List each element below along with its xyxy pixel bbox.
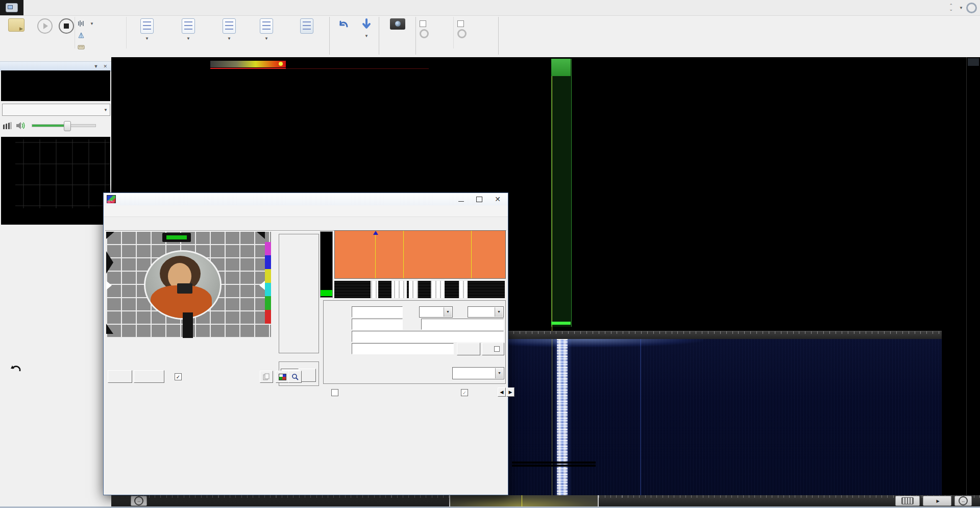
page-next-button[interactable]: ▶ xyxy=(506,388,514,397)
name-input[interactable] xyxy=(352,319,403,330)
clear-button[interactable] xyxy=(108,370,132,383)
previous-button[interactable] xyxy=(332,16,354,33)
sstv-sync-waterfall xyxy=(334,281,505,298)
quick-access-button[interactable] xyxy=(0,0,23,15)
volume-slider-handle[interactable] xyxy=(64,121,71,131)
volume-slider[interactable] xyxy=(32,124,96,127)
qsl-input[interactable] xyxy=(352,343,454,354)
mmsstv-title-bar[interactable]: ✕ xyxy=(104,193,508,205)
mmsstv-app-icon xyxy=(107,195,116,203)
combo-caret-icon: ▼ xyxy=(495,307,503,317)
auto-history-checkbox[interactable]: ✓ xyxy=(175,373,182,380)
tuning-cursor-line xyxy=(552,59,552,331)
bandwidth-icon xyxy=(78,20,85,27)
history-button[interactable]: ▼ xyxy=(355,16,378,38)
screenshot-camera-icon xyxy=(390,18,405,30)
copy-pages-icon xyxy=(263,373,270,380)
lo-mode-icon xyxy=(260,18,273,34)
nav-view-window[interactable] xyxy=(449,495,599,506)
select-radio-icon xyxy=(8,18,24,32)
panel-close-icon[interactable]: ✕ xyxy=(103,64,107,69)
resync-button[interactable] xyxy=(134,370,164,383)
radio-configuration-button[interactable] xyxy=(287,16,327,35)
visual-gain-button[interactable]: ▼ xyxy=(213,16,246,42)
receive-panel: ▼✕ ▼ xyxy=(0,57,111,508)
app-window-icon xyxy=(6,3,18,12)
copy-pages-button[interactable] xyxy=(260,371,273,383)
style-caret-icon: ▼ xyxy=(959,6,963,10)
calibration-button[interactable] xyxy=(78,30,94,40)
waterfall-tuning-cursor xyxy=(552,339,552,495)
picture-button[interactable] xyxy=(276,371,289,383)
draft-checkbox[interactable]: ✓ xyxy=(461,389,468,396)
sdr-console-app: ⌃⌄ ▼ ▼ xyxy=(0,0,980,508)
his-combo[interactable]: ▼ xyxy=(419,306,453,318)
abc-checkbox-button[interactable] xyxy=(482,343,504,355)
maximize-button[interactable] xyxy=(476,197,482,202)
gear-icon xyxy=(420,29,429,38)
color-bars xyxy=(265,242,271,324)
magnifier-button[interactable] xyxy=(288,371,302,383)
combo-caret-icon: ▼ xyxy=(444,307,452,317)
auto-mute-options-button[interactable] xyxy=(420,30,451,38)
audio-spectrum-graph xyxy=(1,137,110,225)
screenshot-button[interactable] xyxy=(382,16,413,31)
noise-blanker-options-button[interactable] xyxy=(457,30,493,38)
receive-panel-header[interactable]: ▼✕ xyxy=(0,61,111,71)
note-input[interactable] xyxy=(352,331,504,342)
speaker-icon[interactable] xyxy=(15,121,27,130)
nav-pan-left-button[interactable]: ↔ xyxy=(131,496,147,506)
nav-pan-right-button[interactable]: ↔ xyxy=(954,496,972,506)
level-bar-green-segment xyxy=(321,290,332,296)
settings-gear-icon[interactable] xyxy=(966,3,977,13)
auto-mute-enable-checkbox[interactable] xyxy=(420,19,451,28)
qth-input[interactable] xyxy=(421,319,504,330)
mmsstv-window[interactable]: ✕ xyxy=(103,192,508,495)
checkbox-icon xyxy=(457,20,464,27)
history-caret-icon: ▼ xyxy=(364,34,369,38)
magnifier-icon xyxy=(291,373,299,380)
show-with-template-checkbox[interactable] xyxy=(331,389,338,396)
close-button[interactable]: ✕ xyxy=(495,197,501,202)
previous-undo-icon xyxy=(336,18,350,32)
nav-keyboard-button[interactable] xyxy=(895,496,920,506)
page-prev-button[interactable]: ◀ xyxy=(498,388,506,397)
meter-red-line xyxy=(210,68,286,69)
sstv-signal-trace xyxy=(557,339,568,495)
checkbox-icon xyxy=(420,20,426,27)
gear-icon xyxy=(457,29,467,38)
frequency-display[interactable] xyxy=(1,70,110,101)
nav-tuning-cursor xyxy=(522,495,522,506)
agc-button-row xyxy=(4,365,21,374)
noise-blanker-enable-checkbox[interactable] xyxy=(457,19,493,28)
minimize-button[interactable] xyxy=(458,201,464,202)
frequency-nav-bar[interactable]: ↔ ▶ ↔ xyxy=(111,495,980,506)
meter-red-line-tail xyxy=(286,68,429,69)
log-frequency-combo[interactable]: ▼ xyxy=(452,367,504,379)
nav-zoom-button[interactable]: ▶ xyxy=(923,496,951,506)
bandwidth-button[interactable]: ▼ xyxy=(78,18,94,29)
collapse-ribbon-icon[interactable]: ⌃⌄ xyxy=(949,4,953,11)
volume-fill xyxy=(32,125,67,127)
select-radio-button[interactable] xyxy=(3,16,30,33)
my-combo[interactable]: ▼ xyxy=(468,306,504,318)
frequency-button[interactable] xyxy=(78,42,94,52)
test-card-circle xyxy=(144,250,222,320)
lo-mode-button[interactable]: ▼ xyxy=(250,16,283,42)
audio-input-select[interactable]: ▼ xyxy=(2,104,110,116)
rxid-button[interactable] xyxy=(457,343,480,355)
call-input[interactable] xyxy=(352,306,403,318)
equalizer-icon[interactable] xyxy=(3,122,11,129)
stop-button[interactable] xyxy=(53,16,80,35)
auto-range-button[interactable] xyxy=(968,58,979,66)
ribbon: ⌃⌄ ▼ ▼ xyxy=(0,0,980,58)
abc-checkbox-icon xyxy=(494,346,500,352)
undo-arrow-icon[interactable] xyxy=(10,365,21,374)
rf-gain-button[interactable]: ▼ xyxy=(130,16,164,42)
sstv-tuning-spectrum[interactable] xyxy=(334,230,506,279)
channel-badge[interactable] xyxy=(551,59,571,76)
start-icon xyxy=(37,18,53,34)
channel-band[interactable] xyxy=(551,59,572,327)
if-gain-button[interactable]: ▼ xyxy=(166,16,210,42)
panel-collapse-icon[interactable]: ▼ xyxy=(94,64,99,69)
